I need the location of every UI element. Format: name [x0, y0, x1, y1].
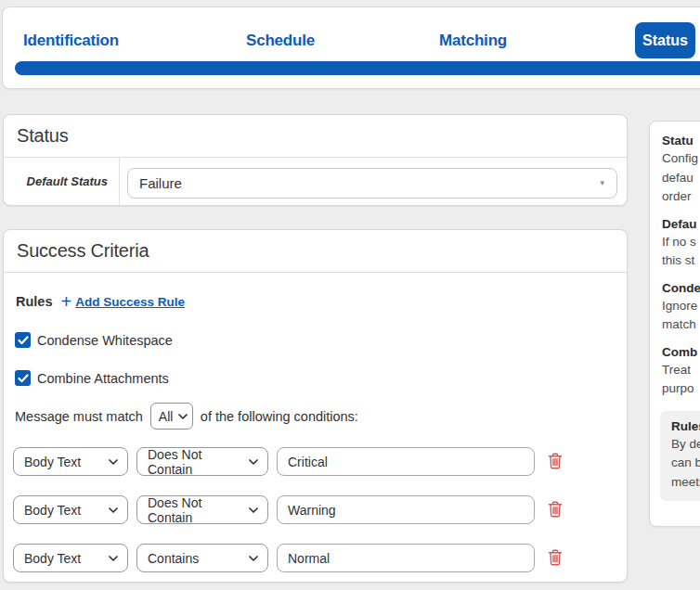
condition-field-value: Body Text — [24, 503, 81, 518]
combine-attachments-checkbox[interactable] — [15, 370, 31, 386]
help-text: order — [662, 187, 700, 207]
delete-rule-button[interactable] — [547, 549, 564, 567]
condition-operator-select[interactable]: Does Not Contain — [136, 495, 268, 524]
help-text: can b — [671, 454, 700, 473]
condense-whitespace-checkbox[interactable] — [15, 332, 31, 348]
condition-operator-value: Contains — [148, 551, 199, 566]
help-text: Ignore — [662, 297, 700, 316]
match-mode-value: All — [159, 409, 174, 424]
condition-operator-value: Does Not Contain — [148, 447, 243, 477]
delete-rule-button[interactable] — [547, 501, 564, 519]
chevron-down-icon — [178, 414, 188, 419]
condition-field-select[interactable]: Body Text — [13, 544, 128, 572]
dropdown-arrow-icon: ▾ — [600, 179, 604, 187]
help-text: By de — [671, 435, 700, 455]
help-panel: Statu Config defau order Defau If no s t… — [649, 121, 700, 527]
delete-rule-button[interactable] — [547, 453, 564, 470]
success-criteria-title: Success Criteria — [17, 240, 149, 262]
checkmark-icon — [18, 374, 29, 383]
trash-icon — [548, 549, 563, 566]
help-note-box: Rules By de can b meets — [660, 411, 700, 502]
help-heading: Comb — [662, 345, 700, 359]
default-status-label: Default Status — [27, 174, 108, 188]
condition-operator-select[interactable]: Contains — [136, 544, 268, 572]
help-text: If no s — [662, 233, 700, 252]
add-success-rule-link[interactable]: Add Success Rule — [75, 295, 185, 309]
chevron-down-icon — [249, 459, 258, 465]
help-text: Treat — [662, 361, 700, 380]
chevron-down-icon — [109, 507, 118, 513]
help-text: match — [662, 315, 700, 335]
tab-identification[interactable]: Identification — [23, 32, 119, 50]
match-suffix-text: of the following conditions: — [201, 409, 358, 424]
condition-operator-value: Does Not Contain — [148, 495, 243, 525]
help-heading: Defau — [662, 217, 700, 231]
default-status-value: Failure — [139, 175, 182, 191]
match-prefix-text: Message must match — [15, 409, 143, 424]
condition-value-input[interactable] — [277, 495, 535, 524]
combine-attachments-row: Combine Attachments — [15, 370, 169, 386]
help-heading: Conde — [662, 281, 700, 295]
help-text: Config — [662, 149, 700, 169]
tab-schedule[interactable]: Schedule — [246, 32, 315, 50]
checkmark-icon — [18, 336, 29, 345]
default-status-select[interactable]: Failure ▾ — [127, 168, 617, 199]
tab-status[interactable]: Status — [635, 22, 695, 58]
wizard-tab-bar: Identification Schedule Matching Status — [2, 6, 700, 89]
tab-status-label: Status — [642, 32, 688, 49]
condition-field-select[interactable]: Body Text — [13, 447, 128, 476]
help-section: Comb Treat purpo — [662, 345, 700, 399]
trash-icon — [548, 453, 563, 469]
plus-icon: + — [61, 292, 72, 311]
success-criteria-section: Success Criteria Rules + Add Success Rul… — [3, 229, 628, 583]
wizard-progress-bar — [15, 61, 700, 75]
tab-matching[interactable]: Matching — [439, 32, 507, 50]
chevron-down-icon — [109, 459, 118, 465]
help-section: Defau If no s this st — [662, 217, 700, 271]
help-section: Statu Config defau order — [662, 134, 700, 207]
help-text: meets — [671, 473, 700, 493]
condition-value-input[interactable] — [277, 544, 535, 572]
help-heading: Statu — [662, 134, 700, 148]
chevron-down-icon — [249, 556, 258, 561]
default-status-label-cell: Default Status — [4, 158, 120, 205]
match-mode-row: Message must match All of the following … — [15, 403, 358, 430]
chevron-down-icon — [109, 556, 118, 561]
rules-row: Rules + Add Success Rule — [16, 292, 185, 311]
divider — [4, 272, 627, 273]
help-text: purpo — [662, 379, 700, 399]
condition-value-input[interactable] — [277, 447, 535, 476]
match-mode-select[interactable]: All — [150, 403, 193, 430]
condition-field-select[interactable]: Body Text — [13, 495, 128, 524]
combine-attachments-label: Combine Attachments — [37, 371, 169, 386]
rules-label: Rules — [16, 294, 53, 309]
help-section: Conde Ignore match — [662, 281, 700, 335]
trash-icon — [548, 501, 563, 518]
status-section-title: Status — [17, 125, 69, 147]
status-section: Status Default Status Failure ▾ — [3, 114, 628, 206]
condense-whitespace-label: Condense Whitespace — [37, 333, 173, 348]
help-heading: Rules — [671, 419, 700, 433]
help-text: defau — [662, 169, 700, 188]
condition-field-value: Body Text — [24, 455, 81, 469]
help-text: this st — [662, 251, 700, 271]
chevron-down-icon — [249, 507, 258, 513]
condense-whitespace-row: Condense Whitespace — [15, 332, 173, 348]
condition-field-value: Body Text — [24, 551, 81, 566]
condition-operator-select[interactable]: Does Not Contain — [136, 447, 268, 476]
